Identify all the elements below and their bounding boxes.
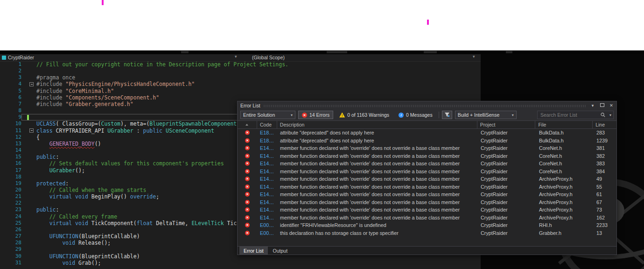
error-row[interactable]: ✕E1455member function declared with 'ove… <box>238 198 616 206</box>
line-number: 19 <box>0 180 21 187</box>
error-description: member function declared with 'override'… <box>277 153 478 159</box>
warnings-filter-button[interactable]: ! 0 of 1163 Warnings <box>336 111 392 119</box>
error-file: RHI.h <box>536 222 594 228</box>
scope-filter-dropdown[interactable]: Entire Solution ▾ <box>240 111 295 119</box>
error-row[interactable]: ✕E1455member function declared with 'ove… <box>238 206 616 214</box>
code-line[interactable]: 5#include "CoreMinimal.h" <box>0 88 481 94</box>
error-description: this declaration has no storage class or… <box>277 230 478 236</box>
error-icon: ✕ <box>245 200 250 205</box>
window-fragment <box>181 51 189 53</box>
code-line[interactable]: 4#include "PhysicsEngine/PhysicsHandleCo… <box>0 81 481 87</box>
error-table-filler <box>238 237 616 246</box>
error-project: CryptRaider <box>478 138 536 143</box>
severity-column-header[interactable] <box>238 121 257 128</box>
dark-stage: CryptRaider ▾ (Global Scope) ▾ 1// Fill … <box>0 54 644 269</box>
column-header-line[interactable]: Line <box>593 121 616 128</box>
error-project: CryptRaider <box>478 161 536 166</box>
chevron-down-icon[interactable]: ▾ <box>473 54 475 59</box>
severity-cell: ✕ <box>238 207 257 212</box>
error-file: ArchiveProxy.h <box>536 184 594 190</box>
error-icon: ✕ <box>245 192 250 197</box>
code-line[interactable]: 1// Fill out your copyright notice in th… <box>0 61 481 68</box>
error-row[interactable]: ✕E0020identifier "FRHIViewableResource" … <box>238 221 616 229</box>
error-icon: ✕ <box>245 130 250 135</box>
error-icon: ✕ <box>245 146 250 150</box>
filter-button[interactable] <box>442 111 452 119</box>
error-row[interactable]: ✕E1455member function declared with 'ove… <box>238 144 616 152</box>
line-number: 13 <box>0 141 21 147</box>
error-row[interactable]: ✕E1835attribute "deprecated" does not ap… <box>238 129 616 137</box>
severity-cell: ✕ <box>238 223 257 227</box>
error-row[interactable]: ✕E1455member function declared with 'ove… <box>238 183 616 191</box>
window-edge-strip <box>0 50 644 54</box>
error-file: ArchiveProxy.h <box>536 207 594 212</box>
line-number: 24 <box>0 213 21 220</box>
error-description: attribute "deprecated" does not apply he… <box>277 130 478 135</box>
column-header-project[interactable]: Project <box>477 121 536 128</box>
error-list-titlebar[interactable]: Error List ▾ ✕ <box>238 101 616 109</box>
line-number: 2 <box>0 68 21 74</box>
toolbar-separator <box>439 112 439 118</box>
column-header-file[interactable]: File <box>535 121 593 128</box>
error-file: BulkData.h <box>536 130 594 135</box>
error-project: CryptRaider <box>478 153 536 159</box>
error-file: ArchiveProxy.h <box>536 191 594 197</box>
column-header-code[interactable]: Code <box>257 121 277 128</box>
severity-cell: ✕ <box>238 231 257 235</box>
error-line: 382 <box>594 153 616 159</box>
column-header-description[interactable]: Description <box>277 121 477 128</box>
error-row[interactable]: ✕E0077this declaration has no storage cl… <box>238 229 616 237</box>
severity-cell: ✕ <box>238 130 257 135</box>
error-row[interactable]: ✕E1455member function declared with 'ove… <box>238 175 616 183</box>
search-icon[interactable] <box>601 113 605 117</box>
error-row[interactable]: ✕E1455member function declared with 'ove… <box>238 214 616 222</box>
messages-filter-button[interactable]: i 0 Messages <box>395 111 436 119</box>
scope-dropdown[interactable]: (Global Scope) <box>252 55 285 60</box>
error-row[interactable]: ✕E1455member function declared with 'ove… <box>238 160 616 168</box>
error-project: CryptRaider <box>478 222 536 228</box>
error-row[interactable]: ✕E1835attribute "deprecated" does not ap… <box>238 137 616 145</box>
error-icon: ✕ <box>245 169 250 174</box>
errors-filter-button[interactable]: ✕ 14 Errors <box>298 111 333 119</box>
error-code: E1455 <box>257 199 277 205</box>
line-number: 21 <box>0 193 21 200</box>
error-line: 2233 <box>594 222 616 228</box>
chevron-down-icon[interactable]: ▾ <box>609 113 611 117</box>
error-project: CryptRaider <box>478 207 536 212</box>
code-line[interactable]: 31 void Grab(); <box>0 260 481 266</box>
sort-icon <box>245 124 248 126</box>
fold-marker-icon[interactable] <box>29 82 34 86</box>
tab-error-list[interactable]: Error List <box>239 247 268 255</box>
line-number: 23 <box>0 206 21 213</box>
error-icon: ✕ <box>245 231 250 235</box>
search-box[interactable]: ▾ <box>537 111 614 119</box>
maximize-icon[interactable] <box>599 103 605 108</box>
fold-marker-icon[interactable] <box>29 128 34 133</box>
error-description: member function declared with 'override'… <box>277 176 478 182</box>
error-code: E1455 <box>257 153 277 159</box>
error-row[interactable]: ✕E1455member function declared with 'ove… <box>238 191 616 198</box>
chevron-down-icon[interactable]: ▾ <box>235 54 237 59</box>
editor-navigation-bar: CryptRaider ▾ (Global Scope) ▾ <box>0 54 481 62</box>
error-list-toolbar: Entire Solution ▾ ✕ 14 Errors ! 0 of 116… <box>238 109 616 121</box>
code-line[interactable]: 3#pragma once <box>0 74 481 81</box>
code-line[interactable]: 6#include "Components/SceneComponent.h" <box>0 94 481 101</box>
error-project: CryptRaider <box>478 199 536 205</box>
error-row[interactable]: ✕E1455member function declared with 'ove… <box>238 152 616 160</box>
warning-icon: ! <box>339 113 345 118</box>
search-input[interactable] <box>539 112 599 118</box>
error-file: CoreNet.h <box>536 153 594 159</box>
severity-cell: ✕ <box>238 154 257 158</box>
tab-output[interactable]: Output <box>269 247 292 255</box>
error-row[interactable]: ✕E1455member function declared with 'ove… <box>238 168 616 176</box>
error-line: 1239 <box>594 138 616 143</box>
error-line: 67 <box>594 199 616 205</box>
code-line[interactable]: 2 <box>0 68 481 74</box>
error-line: 384 <box>594 169 616 174</box>
source-filter-dropdown[interactable]: Build + IntelliSense ▾ <box>455 111 517 119</box>
project-dropdown[interactable]: CryptRaider <box>8 55 34 60</box>
window-position-icon[interactable]: ▾ <box>589 103 596 108</box>
close-icon[interactable]: ✕ <box>608 103 615 108</box>
severity-cell: ✕ <box>238 169 257 174</box>
line-number: 27 <box>0 233 21 240</box>
